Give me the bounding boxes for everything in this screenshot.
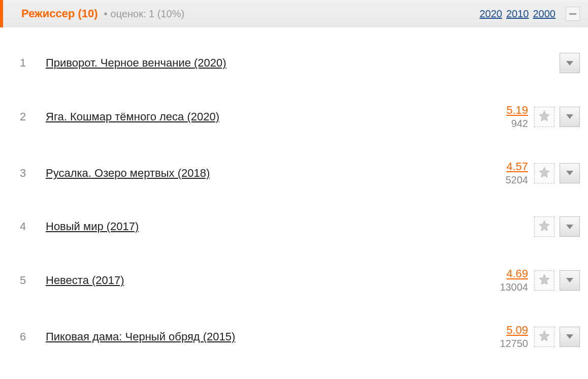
movie-title-link[interactable]: Новый мир (2017) [46,220,487,233]
dropdown-button[interactable] [560,270,580,291]
movie-title-link[interactable]: Невеста (2017) [46,274,487,287]
chevron-down-icon [566,61,573,66]
movie-row: 1Приворот. Черное венчание (2020) [0,38,588,88]
votes-count: 12750 [487,338,528,350]
row-number: 4 [0,220,46,233]
rating-value[interactable]: 4.57 [487,160,528,173]
votes-count: 5204 [487,174,528,186]
rate-star-button[interactable] [534,107,554,127]
star-spacer [534,53,554,73]
votes-count: 13004 [487,281,528,293]
row-number: 1 [0,56,46,70]
section-header: Режиссер (10) •оценок: 1 (10%) 2020 2010… [0,0,588,27]
movie-row: 7Владение 18 (2013)4.2345114 [0,365,588,379]
movie-title-link[interactable]: Яга. Кошмар тёмного леса (2020) [46,110,487,123]
movie-row: 3Русалка. Озеро мертвых (2018)4.575204 [0,145,588,201]
star-icon [538,219,550,234]
movie-row: 6Пиковая дама: Черный обряд (2015)5.0912… [0,308,588,365]
dropdown-button[interactable] [560,163,580,183]
row-number: 5 [0,274,46,287]
movie-row: 4Новый мир (2017) [0,201,588,252]
dropdown-button[interactable] [560,53,580,73]
header-right: 2020 2010 2000 [480,7,580,21]
votes-count: 942 [487,118,528,130]
rate-star-button[interactable] [534,216,554,237]
movie-title-link[interactable]: Русалка. Озеро мертвых (2018) [46,167,487,180]
star-icon [538,166,550,180]
row-number: 6 [0,330,46,343]
star-icon [538,110,550,124]
star-icon [538,273,550,288]
dropdown-button[interactable] [560,107,580,127]
chevron-down-icon [566,171,573,175]
collapse-button[interactable] [566,7,580,21]
movie-row: 2Яга. Кошмар тёмного леса (2020)5.19942 [0,88,588,145]
rating-block: 5.19942 [487,104,528,130]
movie-title-link[interactable]: Пиковая дама: Черный обряд (2015) [46,330,487,343]
movie-row: 5Невеста (2017)4.6913004 [0,252,588,308]
row-number: 3 [0,167,46,180]
row-number: 2 [0,110,46,123]
chevron-down-icon [566,114,573,119]
movie-title-link[interactable]: Приворот. Черное венчание (2020) [46,56,487,70]
year-link-2000[interactable]: 2000 [533,8,556,20]
ratings-count-text: оценок: 1 (10%) [111,8,185,19]
section-subtitle: •оценок: 1 (10%) [104,8,185,20]
dropdown-button[interactable] [560,327,580,347]
year-link-2010[interactable]: 2010 [506,8,529,20]
rating-block: 4.575204 [487,160,528,186]
rate-star-button[interactable] [534,327,554,347]
chevron-down-icon [566,334,573,339]
rating-value[interactable]: 4.69 [487,267,528,280]
section-title: Режиссер (10) [21,7,98,20]
rating-value[interactable]: 5.09 [487,324,528,337]
bullet-separator: • [104,8,108,19]
year-link-2020[interactable]: 2020 [480,8,503,20]
movies-list: 1Приворот. Черное венчание (2020)2Яга. К… [0,27,588,379]
minus-icon [569,13,576,15]
chevron-down-icon [566,225,573,229]
rating-block: 5.0912750 [487,324,528,350]
star-icon [538,330,550,344]
dropdown-button[interactable] [560,216,580,237]
chevron-down-icon [566,278,573,282]
rate-star-button[interactable] [534,163,554,183]
rating-value[interactable]: 5.19 [487,104,528,117]
rating-block: 4.6913004 [487,267,528,293]
rate-star-button[interactable] [534,270,554,291]
